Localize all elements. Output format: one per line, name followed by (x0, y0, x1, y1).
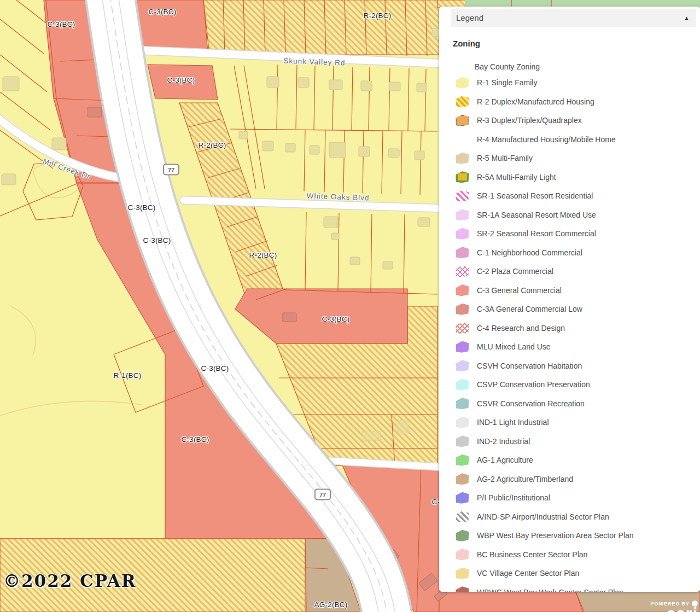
legend-item: SR-1A Seasonal Resort Mixed Use (456, 206, 700, 225)
legend-swatch (456, 247, 469, 258)
zone-label: C-3(BC) (149, 8, 177, 16)
legend-swatch (456, 568, 469, 579)
legend-item: C-3 General Commercial (456, 281, 700, 300)
legend-section-title: Zoning (453, 39, 700, 48)
legend-item: CSVH Conservation Habitation (456, 357, 700, 376)
legend-swatch (456, 549, 469, 560)
legend-item: C-2 Plaza Commercial (456, 262, 700, 281)
zone-label: R-2(BC) (249, 251, 277, 259)
legend-item-label: P/I Public/Institutional (477, 493, 550, 502)
legend-item: R-3 Duplex/Triplex/Quadraplex (456, 111, 700, 130)
legend-item: SR-2 Seasonal Resort Commercial (456, 224, 700, 243)
legend-swatch (456, 153, 469, 164)
legend-item: SR-1 Seasonal Resort Residential (456, 186, 700, 206)
legend-items: R-1 Single FamilyR-2 Duplex/Manufactured… (453, 73, 700, 592)
copyright-watermark: ©2022 CPAR (3, 571, 137, 591)
legend-item-label: VC Village Center Sector Plan (477, 569, 579, 578)
highway-shield: 77 (314, 489, 331, 500)
legend-panel: Legend ▲ Zoning Bay County Zoning R-1 Si… (439, 7, 700, 592)
legend-swatch (456, 304, 469, 315)
legend-swatch (456, 398, 469, 409)
legend-swatch (456, 360, 469, 371)
legend-swatch (456, 511, 469, 522)
legend-swatch (456, 96, 469, 107)
esri-attribution: POWERED BY esri (650, 601, 698, 612)
legend-item: R-4 Manufactured Housing/Mobile Home (456, 130, 700, 149)
legend-item-label: R-5 Multi-Family (477, 154, 533, 162)
esri-logo[interactable]: esri (650, 607, 698, 612)
legend-swatch (456, 228, 469, 240)
legend-swatch (456, 266, 469, 277)
legend-item-label: BC Business Center Sector Plan (477, 550, 587, 559)
legend-item-label: R-1 Single Family (477, 78, 537, 87)
legend-layer-title: Bay County Zoning (475, 62, 700, 71)
zone-label: R-2(BC) (364, 11, 392, 20)
legend-item-label: R-5A Multi-Family Light (477, 173, 556, 182)
legend-item: MLU Mixed Land Use (456, 337, 700, 357)
legend-swatch (456, 417, 469, 428)
legend-swatch (456, 115, 469, 126)
legend-header[interactable]: Legend ▲ (451, 9, 696, 27)
legend-item: CSVR Conservation Recreation (456, 394, 700, 413)
zone-label: C-3(BC) (143, 236, 171, 244)
legend-swatch (456, 473, 469, 485)
zone-label: C-3(BC) (48, 20, 75, 28)
legend-swatch (456, 190, 469, 202)
highway-shield: 77 (163, 164, 179, 176)
legend-title: Legend (456, 13, 483, 22)
legend-item-label: WBWC West Bay Work Center Sector Plan (477, 588, 623, 592)
legend-item: WBWC West Bay Work Center Sector Plan (456, 583, 700, 592)
legend-swatch (456, 492, 469, 504)
legend-item: R-5A Multi-Family Light (456, 168, 700, 187)
zone-label: R-2(BC) (199, 141, 226, 149)
legend-item-label: CSVP Conservation Preservation (477, 380, 590, 389)
legend-item-label: C-1 Neighborhood Commercial (477, 248, 582, 257)
zone-label: C-3(BC) (167, 76, 195, 84)
legend-item-label: SR-1 Seasonal Resort Residential (477, 191, 593, 200)
legend-item: CSVP Conservation Preservation (456, 375, 700, 394)
legend-item: C-4 Research and Design (456, 319, 700, 338)
legend-item-label: CSVH Conservation Habitation (477, 362, 582, 370)
legend-item: C-1 Neighborhood Commercial (456, 243, 700, 263)
legend-item-label: R-2 Duplex/Manufactured Housing (477, 97, 594, 106)
legend-item-label: IND-1 Light Industrial (477, 418, 549, 427)
zone-label: C-3(BC) (128, 203, 156, 212)
legend-swatch (456, 454, 469, 466)
legend-swatch (456, 435, 469, 447)
legend-item: AG-1 Agriculture (456, 451, 700, 470)
legend-swatch (456, 586, 469, 592)
legend-swatch (456, 341, 469, 353)
zone-label: C-3(BC) (201, 364, 229, 372)
legend-body: Zoning Bay County Zoning R-1 Single Fami… (439, 27, 700, 592)
legend-swatch (456, 379, 469, 390)
legend-item-label: WBP West Bay Preservation Area Sector Pl… (477, 531, 634, 540)
legend-item-label: R-4 Manufactured Housing/Mobile Home (477, 135, 616, 144)
zone-label: R-1(BC) (114, 371, 142, 380)
legend-item-label: C-3A General Commercial Low (477, 305, 582, 313)
legend-item: R-2 Duplex/Manufactured Housing (456, 92, 700, 112)
zoning-map-app: C-3(BC)C-3(BC)R-2(BC)C-3(BC)R-2(BC)C-3(B… (0, 0, 700, 612)
legend-item-label: AG-1 Agriculture (477, 456, 533, 464)
legend-item: C-3A General Commercial Low (456, 300, 700, 319)
legend-swatch (456, 322, 469, 334)
legend-item-label: SR-1A Seasonal Resort Mixed Use (477, 211, 596, 219)
legend-item: IND-2 Industrial (456, 432, 700, 451)
legend-item-label: AG-2 Agriculture/Timberland (477, 475, 573, 483)
legend-item-label: A/IND-SP Airport/Industrial Sector Plan (477, 512, 609, 521)
legend-item: P/I Public/Institutional (456, 488, 700, 508)
legend-item: BC Business Center Sector Plan (456, 545, 700, 564)
collapse-chevron-icon[interactable]: ▲ (684, 15, 690, 21)
legend-swatch (456, 530, 469, 541)
legend-item-label: C-3 General Commercial (477, 286, 562, 295)
legend-item-label: C-2 Plaza Commercial (477, 267, 553, 276)
legend-item: R-1 Single Family (456, 73, 700, 92)
legend-item: A/IND-SP Airport/Industrial Sector Plan (456, 508, 700, 527)
legend-item-label: CSVR Conservation Recreation (477, 399, 585, 408)
legend-item: AG-2 Agriculture/Timberland (456, 470, 700, 489)
legend-item: R-5 Multi-Family (456, 149, 700, 168)
legend-item-label: IND-2 Industrial (477, 437, 530, 446)
legend-item-label: C-4 Research and Design (477, 324, 565, 333)
legend-item: WBP West Bay Preservation Area Sector Pl… (456, 526, 700, 545)
legend-swatch (456, 171, 469, 183)
zone-label: C-3(BC) (182, 435, 209, 444)
